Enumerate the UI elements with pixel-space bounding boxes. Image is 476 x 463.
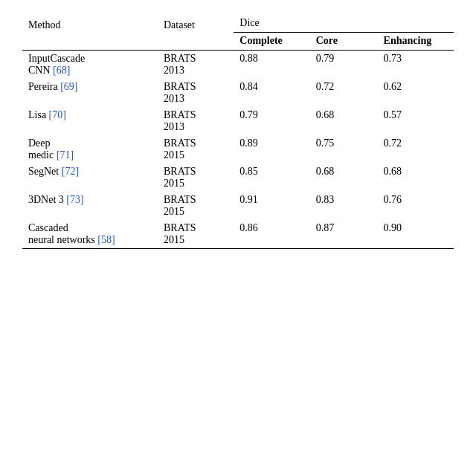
method-name-line1: Pereira [28,81,60,92]
table-row: Cascaded neural networks [58] BRATS 2015… [22,220,454,249]
enhancing-cell: 0.57 [378,107,454,135]
table-row: InputCascade CNN [68] BRATS 2013 0.88 0.… [22,51,454,80]
dataset-year: 2013 [164,93,184,104]
enhancing-cell: 0.62 [378,79,454,107]
core-cell: 0.72 [310,79,378,107]
method-cell: 3DNet 3 [73] [22,192,158,220]
dataset-year1: BRATS [164,53,196,64]
core-cell: 0.83 [310,192,378,220]
method-name-line1: InputCascade [28,53,85,64]
method-name-line1: Deep [28,137,51,149]
table-row: Lisa [70] BRATS 2013 0.79 0.68 0.57 [22,107,454,135]
method-header: Method [22,15,158,33]
method-ref-link[interactable]: [71] [57,149,74,161]
method-ref-link[interactable]: [70] [49,109,66,120]
method-name-line2: CNN [28,65,53,76]
dataset-header: Dataset [158,15,234,33]
dataset-year: 2015 [164,206,184,217]
enhancing-header: Enhancing [378,33,454,51]
dataset-cell: BRATS 2015 [158,163,234,192]
enhancing-cell: 0.90 [378,220,454,249]
core-header: Core [310,33,378,51]
table-row: Pereira [69] BRATS 2013 0.84 0.72 0.62 [22,79,454,107]
core-cell: 0.68 [310,163,378,192]
method-cell: Lisa [70] [22,107,158,135]
complete-cell: 0.86 [234,220,309,249]
method-ref-link[interactable]: [72] [62,166,79,177]
dataset-cell: BRATS 2015 [158,220,234,249]
dataset-name: BRATS [164,137,196,149]
dice-header: Dice [234,15,454,33]
dataset-cell: BRATS 2013 [158,79,234,107]
method-ref-link[interactable]: [69] [60,81,77,92]
method-subheader [22,33,158,51]
method-name-line2: neural networks [28,234,97,245]
method-name-line2: medic [28,149,57,161]
dataset-name: BRATS [164,194,196,205]
dataset-year: 2013 [164,121,184,132]
dataset-year: 2015 [164,149,184,161]
dataset-year: 2015 [164,234,184,245]
method-cell: Deep medic [71] [22,135,158,163]
dataset-year: 2015 [164,178,184,189]
enhancing-cell: 0.76 [378,192,454,220]
enhancing-cell: 0.73 [378,51,454,80]
complete-cell: 0.88 [234,51,309,80]
enhancing-cell: 0.68 [378,163,454,192]
table-row: SegNet [72] BRATS 2015 0.85 0.68 0.68 [22,163,454,192]
complete-header: Complete [234,33,309,51]
method-ref-link[interactable]: [73] [66,194,83,205]
method-name-line1: 3DNet 3 [28,194,66,205]
complete-cell: 0.91 [234,192,309,220]
method-name-line1: Cascaded [28,222,68,233]
method-cell: Pereira [69] [22,79,158,107]
table-row: 3DNet 3 [73] BRATS 2015 0.91 0.83 0.76 [22,192,454,220]
dataset-year2: 2013 [164,65,184,76]
dataset-subheader [158,33,234,51]
method-ref-link[interactable]: [68] [53,65,70,76]
dataset-cell: BRATS 2015 [158,135,234,163]
method-cell: SegNet [72] [22,163,158,192]
method-cell: Cascaded neural networks [58] [22,220,158,249]
complete-cell: 0.85 [234,163,309,192]
method-cell: InputCascade CNN [68] [22,51,158,80]
core-cell: 0.79 [310,51,378,80]
core-cell: 0.75 [310,135,378,163]
method-ref-link[interactable]: [58] [97,234,115,245]
dataset-cell: BRATS 2015 [158,192,234,220]
dataset-name: BRATS [164,166,196,177]
complete-cell: 0.79 [234,107,309,135]
core-cell: 0.68 [310,107,378,135]
complete-cell: 0.89 [234,135,309,163]
dataset-cell: BRATS 2013 [158,107,234,135]
header-row-2: Complete Core Enhancing [22,33,454,51]
core-cell: 0.87 [310,220,378,249]
method-name-line1: SegNet [28,166,62,177]
dataset-name: BRATS [164,81,196,92]
header-row-1: Method Dataset Dice [22,15,454,33]
complete-cell: 0.84 [234,79,309,107]
enhancing-cell: 0.72 [378,135,454,163]
dataset-cell: BRATS 2013 [158,51,234,80]
method-name-line1: Lisa [28,109,49,120]
dataset-name: BRATS [164,222,196,233]
dataset-name: BRATS [164,109,196,120]
results-table: Method Dataset Dice Complete Core Enhanc… [22,15,454,249]
table-row: Deep medic [71] BRATS 2015 0.89 0.75 0.7… [22,135,454,163]
